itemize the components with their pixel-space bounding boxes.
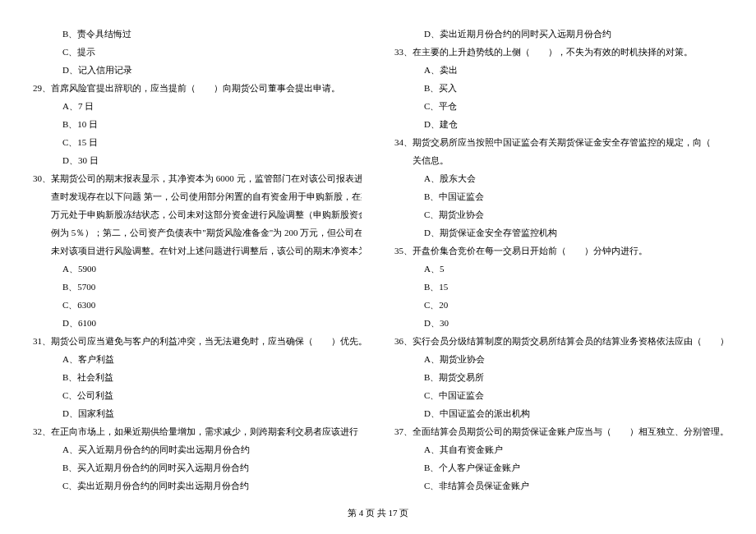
option-text: B、买入 — [394, 79, 723, 97]
question-text: 36、实行会员分级结算制度的期货交易所结算会员的结算业务资格依法应由（ ）批准。 — [394, 332, 723, 350]
option-text: D、30 日 — [33, 151, 362, 169]
question-text: 32、在正向市场上，如果近期供给量增加，需求减少，则跨期套利交易者应该进行（ ） — [33, 422, 362, 440]
option-text: D、6100 — [33, 314, 362, 332]
option-text: A、客户利益 — [33, 350, 362, 368]
option-text: B、个人客户保证金账户 — [394, 458, 723, 476]
option-text: C、期货业协会 — [394, 205, 723, 223]
option-text: C、平仓 — [394, 97, 723, 115]
question-text: 万元处于申购新股冻结状态，公司未对这部分资金进行风险调整（申购新股资金的风险调整… — [33, 205, 362, 223]
question-text: 例为 5％）；第二，公司资产负债表中"期货风险准备金"为 200 万元，但公司在… — [33, 223, 362, 242]
option-text: D、记入信用记录 — [33, 61, 362, 79]
option-text: A、5 — [394, 260, 723, 278]
option-text: B、中国证监会 — [394, 187, 723, 205]
option-text: B、买入近期月份合约的同时买入远期月份合约 — [33, 458, 362, 476]
option-text: A、其自有资金账户 — [394, 440, 723, 458]
option-text: A、股东大会 — [394, 169, 723, 187]
right-column: D、卖出近期月份合约的同时买入远期月份合约 33、在主要的上升趋势线的上侧（ ）… — [378, 25, 723, 468]
option-text: C、非结算会员保证金账户 — [394, 476, 723, 495]
option-text: D、建仓 — [394, 115, 723, 133]
option-text: D、30 — [394, 314, 723, 332]
page-footer: 第 4 页 共 17 页 — [0, 507, 756, 519]
option-text: A、5900 — [33, 260, 362, 278]
option-text: B、期货交易所 — [394, 368, 723, 386]
question-text: 35、开盘价集合竞价在每一交易日开始前（ ）分钟内进行。 — [394, 242, 723, 260]
left-column: B、责令具结悔过 C、提示 D、记入信用记录 29、首席风险官提出辞职的，应当提… — [33, 25, 378, 468]
option-text: C、提示 — [33, 43, 362, 61]
option-text: C、15 日 — [33, 133, 362, 151]
option-text: C、中国证监会 — [394, 386, 723, 404]
option-text: A、买入近期月份合约的同时卖出远期月份合约 — [33, 440, 362, 458]
option-text: C、公司利益 — [33, 386, 362, 404]
option-text: D、期货保证金安全存管监控机构 — [394, 223, 723, 242]
option-text: B、责令具结悔过 — [33, 25, 362, 43]
option-text: D、国家利益 — [33, 404, 362, 422]
option-text: C、20 — [394, 296, 723, 314]
question-text: 30、某期货公司的期末报表显示，其净资本为 6000 元，监管部门在对该公司报表… — [33, 169, 362, 187]
page-content: B、责令具结悔过 C、提示 D、记入信用记录 29、首席风险官提出辞职的，应当提… — [0, 0, 756, 501]
question-text: 关信息。 — [394, 151, 723, 169]
question-text: 33、在主要的上升趋势线的上侧（ ），不失为有效的时机抉择的对策。 — [394, 43, 723, 61]
option-text: B、社会利益 — [33, 368, 362, 386]
option-text: A、7 日 — [33, 97, 362, 115]
question-text: 查时发现存在以下问题 第一，公司使用部分闲置的自有资金用于申购新股，在期末时仍有… — [33, 187, 362, 205]
option-text: C、6300 — [33, 296, 362, 314]
question-text: 29、首席风险官提出辞职的，应当提前（ ）向期货公司董事会提出申请。 — [33, 79, 362, 97]
option-text: A、卖出 — [394, 61, 723, 79]
option-text: D、卖出近期月份合约的同时买入远期月份合约 — [394, 25, 723, 43]
option-text: B、5700 — [33, 278, 362, 296]
question-text: 37、全面结算会员期货公司的期货保证金账户应当与（ ）相互独立、分别管理。 — [394, 422, 723, 440]
option-text: A、期货业协会 — [394, 350, 723, 368]
option-text: B、15 — [394, 278, 723, 296]
option-text: D、中国证监会的派出机构 — [394, 404, 723, 422]
question-text: 31、期货公司应当避免与客户的利益冲突，当无法避免时，应当确保（ ）优先。 — [33, 332, 362, 350]
option-text: B、10 日 — [33, 115, 362, 133]
question-text: 未对该项目进行风险调整。在针对上述问题进行调整后，该公司的期末净资本为（ ） — [33, 242, 362, 260]
question-text: 34、期货交易所应当按照中国证监会有关期货保证金安全存管监控的规定，向（ ）报送… — [394, 133, 723, 151]
option-text: C、卖出近期月份合约的同时卖出远期月份合约 — [33, 476, 362, 495]
